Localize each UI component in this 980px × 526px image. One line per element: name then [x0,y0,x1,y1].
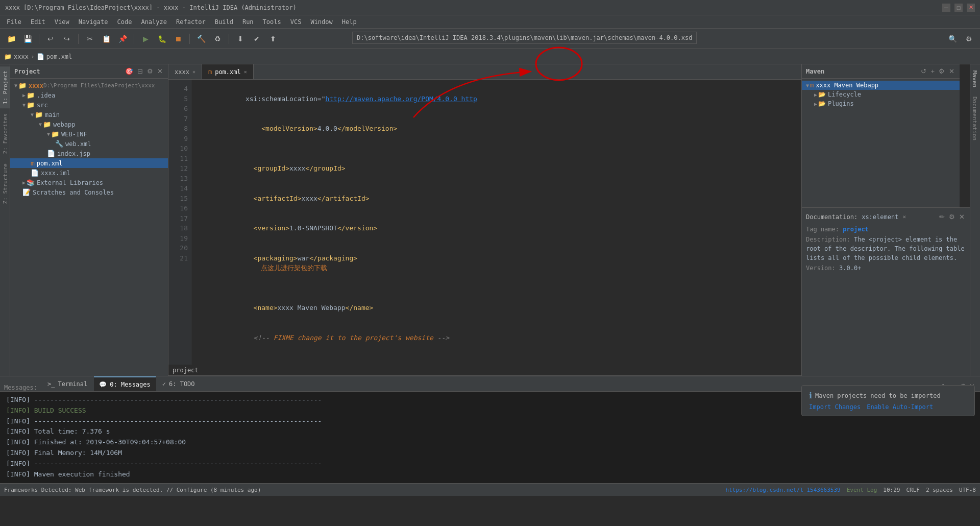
main-area: 1: Project 2: Favorites Z: Structure Pro… [0,64,980,376]
tab-todo[interactable]: ✓ 6: TODO [157,376,201,391]
left-tab-structure[interactable]: Z: Structure [0,159,10,208]
menu-window[interactable]: Window [306,17,336,27]
close-button[interactable]: ✕ [967,4,975,12]
redo-button[interactable]: ↪ [60,32,74,46]
event-log-label[interactable]: Event Log [847,487,877,493]
menu-navigate[interactable]: Navigate [75,17,112,27]
tab-terminal[interactable]: >_ Terminal [42,376,93,391]
cut-button[interactable]: ✂ [83,32,97,46]
menu-file[interactable]: File [3,17,26,27]
charset-display[interactable]: UTF-8 [959,487,976,493]
search-everywhere-button[interactable]: 🔍 [945,32,960,46]
sidebar-locate-button[interactable]: 🎯 [124,66,134,76]
tree-item-indexjsp[interactable]: 📄 index.jsp [10,149,168,158]
enable-auto-import-link[interactable]: Enable Auto-Import [867,403,933,411]
vcs-update-button[interactable]: ⬇ [233,32,248,46]
tree-item-label: Scratches and Consoles [33,189,114,196]
stop-button[interactable]: ⏹ [171,32,185,46]
vcs-push-button[interactable]: ⬆ [266,32,280,46]
tree-item-src[interactable]: ▼ 📁 src [10,100,168,110]
maven-add-button[interactable]: + [929,66,936,76]
right-tab-documentation[interactable]: Documentation [970,92,980,145]
tab-label: xxxx [175,68,189,76]
tab-xxxx[interactable]: xxxx ✕ [168,64,202,79]
menu-tools[interactable]: Tools [259,17,285,27]
tree-item-root[interactable]: ▼ 📁 xxxx D:\Program Files\IdeaProject\xx… [10,81,168,90]
tree-item-idea[interactable]: ▶ 📁 .idea [10,90,168,100]
tree-item-scratches[interactable]: 📝 Scratches and Consoles [10,187,168,197]
debug-button[interactable]: 🐛 [155,32,169,46]
menu-analyze[interactable]: Analyze [137,17,171,27]
save-button[interactable]: 💾 [20,32,35,46]
menu-build[interactable]: Build [211,17,237,27]
import-changes-link[interactable]: Import Changes [809,403,861,411]
left-tab-favorites[interactable]: 2: Favorites [0,109,10,158]
doc-edit-button[interactable]: ✏ [938,212,946,222]
doc-panel-title: Documentation: xs:element ✕ [806,213,906,221]
code-editor[interactable]: xsi:schemaLocation="http://maven.apache.… [191,80,801,365]
schema-link[interactable]: http://maven.apache.org/POM/4.0.0 http [325,95,477,103]
tooltip-text: D:\software\idea\IntelliJ IDEA 2018.3.4\… [357,34,692,41]
right-tab-maven[interactable]: Maven [970,66,980,91]
maven-close-button[interactable]: ✕ [948,66,955,76]
paste-button[interactable]: 📌 [115,32,130,46]
encoding-display[interactable]: CRLF [906,487,920,493]
jsp-icon: 📄 [47,150,55,157]
tree-item-webxml[interactable]: 🔧 web.xml [10,139,168,149]
tab-messages[interactable]: 💬 0: Messages [94,376,156,391]
undo-button[interactable]: ↩ [43,32,58,46]
nav-project-name[interactable]: xxxx [14,53,29,60]
doc-close-button[interactable]: ✕ [958,212,966,222]
menu-refactor[interactable]: Refactor [172,17,210,27]
window-title: xxxx [D:\Program Files\IdeaProject\xxxx]… [5,4,297,11]
rebuild-button[interactable]: ♻ [210,32,225,46]
menu-code[interactable]: Code [113,17,136,27]
tab-pomxml[interactable]: m pom.xml ✕ [202,64,254,79]
settings-button[interactable]: ⚙ [962,32,976,46]
menu-help[interactable]: Help [338,17,361,27]
doc-version: Version: 3.0.0+ [806,265,966,272]
menu-view[interactable]: View [51,17,74,27]
editor-content[interactable]: 4 5 6 7 8 9 10 11 12 13 14 15 16 17 18 1… [168,80,801,365]
copy-button[interactable]: 📋 [99,32,113,46]
tree-item-webinf[interactable]: ▼ 📁 WEB-INF [10,129,168,139]
close-icon[interactable]: ✕ [192,69,195,75]
maven-settings-button[interactable]: ⚙ [938,66,946,76]
minimize-button[interactable]: ─ [942,4,950,12]
doc-tag-name-label: Tag name: [806,226,839,233]
sidebar-close-button[interactable]: ✕ [156,66,164,76]
vcs-commit-button[interactable]: ✔ [250,32,264,46]
doc-close-icon[interactable]: ✕ [902,213,906,220]
left-tab-project[interactable]: 1: Project [0,66,10,108]
close-icon[interactable]: ✕ [244,69,247,75]
tree-item-label: WEB-INF [61,131,87,138]
spaces-display[interactable]: 2 spaces [926,487,953,493]
sidebar-collapse-button[interactable]: ⊟ [136,66,144,76]
toolbar-separator-4 [189,34,190,44]
maven-refresh-button[interactable]: ↺ [920,66,927,76]
run-button[interactable]: ▶ [138,32,153,46]
sidebar-actions: 🎯 ⊟ ⚙ ✕ [124,66,164,76]
tree-item-label: .idea [37,92,55,99]
build-button[interactable]: 🔨 [194,32,208,46]
maximize-button[interactable]: □ [954,4,963,12]
tab-terminal-label: Terminal [58,380,87,388]
maven-root-item[interactable]: ▼ m xxxx Maven Webapp [802,81,960,90]
doc-panel-content: Tag name: project Description: The <proj… [806,226,966,272]
open-file-button[interactable]: 📁 [4,32,18,46]
sidebar-settings-button[interactable]: ⚙ [146,66,154,76]
tree-item-external-libs[interactable]: ▶ 📚 External Libraries [10,178,168,187]
menu-run[interactable]: Run [238,17,258,27]
tree-item-xxxximl[interactable]: 📄 xxxx.iml [10,168,168,178]
maven-plugins-item[interactable]: ▶ 📂 Plugins [802,99,960,108]
url-link[interactable]: https://blog.csdn.net/l_1543663539 [725,487,840,493]
doc-settings-button[interactable]: ⚙ [948,212,956,222]
tree-item-webapp[interactable]: ▼ 📁 webapp [10,119,168,129]
tree-item-main[interactable]: ▼ 📁 main [10,110,168,119]
menu-edit[interactable]: Edit [27,17,50,27]
toolbar-separator-1 [39,34,39,44]
maven-lifecycle-item[interactable]: ▶ 📂 Lifecycle [802,90,960,99]
menu-vcs[interactable]: VCS [286,17,306,27]
nav-file-name[interactable]: pom.xml [46,53,72,60]
tree-item-pomxml[interactable]: m pom.xml [10,158,168,168]
